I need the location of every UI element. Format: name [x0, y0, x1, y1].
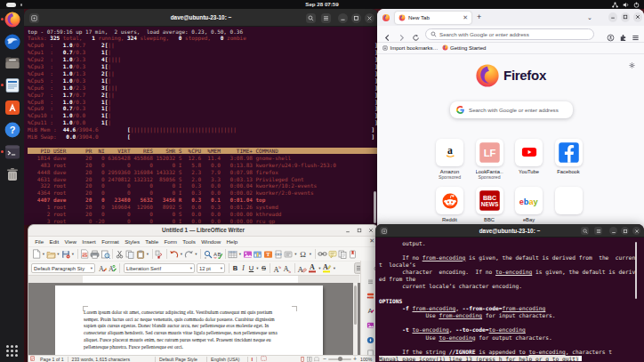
selection-mode-icon[interactable] — [261, 356, 267, 362]
strikethrough-button[interactable]: S — [260, 264, 268, 272]
sidebar-styles-icon[interactable]: A — [365, 305, 375, 316]
terminal-bottom-output[interactable]: output. If no from-encoding is given, th… — [375, 237, 644, 361]
url-bar[interactable]: Search with Google or enter address — [425, 28, 594, 40]
tab-new-tab[interactable]: New Tab ✕ — [395, 12, 471, 24]
writer-title-bar[interactable]: Untitled 1 — LibreOffice Writer — [28, 225, 378, 237]
firefox-maximize-button[interactable] — [621, 12, 631, 22]
close-button[interactable] — [365, 13, 374, 23]
highlight-color-button-dropdown[interactable]: ▾ — [333, 266, 337, 270]
status-zoom[interactable]: 100% — [360, 357, 374, 362]
print-preview-button[interactable] — [101, 248, 111, 260]
view-layout-icons[interactable] — [300, 357, 319, 362]
minimize-button[interactable] — [609, 227, 617, 235]
firefox-close-button[interactable] — [633, 12, 643, 22]
terminal-top-scrollbar[interactable] — [374, 191, 376, 223]
writer-close-button[interactable] — [368, 228, 374, 233]
terminal-search-button[interactable] — [581, 227, 589, 235]
font-size-combo[interactable]: 12 pt▾ — [197, 263, 225, 273]
status-wordcount[interactable]: 233 words, 1,615 characters — [72, 357, 130, 362]
close-button[interactable] — [632, 227, 640, 235]
font-name-combo[interactable]: Liberation Serif▾ — [124, 263, 195, 273]
tab-close-icon[interactable]: ✕ — [463, 14, 468, 20]
tile-lookfantastic[interactable]: LF LookFanta… Sponsored — [476, 139, 503, 188]
insert-field-button[interactable] — [284, 248, 294, 260]
insert-image-button[interactable] — [243, 248, 254, 260]
redo-button[interactable] — [184, 248, 195, 260]
document-text[interactable]: Lorem ipsum dolor sit amet, consectetur … — [84, 310, 294, 350]
undo-button[interactable] — [169, 248, 180, 260]
maximize-button[interactable] — [621, 227, 629, 235]
tile-youtube[interactable]: YouTube — [515, 139, 543, 188]
menu-window[interactable]: Window — [198, 238, 223, 245]
terminal-bottom-scrollbar[interactable] — [635, 242, 638, 299]
status-language[interactable]: English (USA) — [211, 357, 240, 362]
dock-files[interactable] — [4, 54, 21, 72]
sidebar-properties-icon[interactable] — [365, 290, 375, 301]
bookmark-button[interactable] — [348, 248, 358, 260]
highlight-color-button[interactable]: A — [322, 262, 333, 274]
maximize-button[interactable] — [351, 13, 361, 23]
zoom-in-icon[interactable]: + — [353, 356, 357, 362]
paste-button[interactable] — [135, 248, 146, 260]
copy-button[interactable] — [125, 248, 136, 260]
sidebar-gallery-icon[interactable] — [365, 319, 375, 330]
bookmark-import[interactable]: Import bookmarks… — [382, 45, 439, 51]
status-pagestyle[interactable]: Default Page Style — [159, 357, 197, 362]
terminal-menu-button[interactable] — [594, 227, 602, 235]
new-style-button[interactable]: A — [108, 262, 118, 274]
open-button[interactable] — [46, 248, 57, 260]
show-applications-button[interactable] — [4, 343, 20, 358]
tile-amazon[interactable]: a Amazon Sponsored — [436, 139, 463, 188]
system-status-area[interactable] — [612, 0, 640, 9]
insert-chart-button[interactable] — [253, 248, 263, 260]
save-button-dropdown[interactable]: ▾ — [71, 252, 76, 256]
writer-document-area[interactable]: Lorem ipsum dolor sit amet, consectetur … — [28, 283, 378, 355]
new-tab-plus-button[interactable]: + — [477, 13, 481, 21]
firefox-minimize-button[interactable] — [608, 12, 618, 22]
dock-firefox[interactable] — [4, 11, 21, 28]
paragraph-style-combo[interactable]: Default Paragraph Sty▾ — [31, 263, 95, 273]
save-button[interactable] — [60, 248, 71, 260]
menu-edit[interactable]: Edit — [46, 238, 61, 245]
dock-trash[interactable] — [4, 165, 21, 183]
dock-libreoffice-writer[interactable] — [4, 76, 21, 94]
clone-formatting-button[interactable] — [155, 248, 165, 260]
italic-button[interactable]: I — [239, 264, 247, 272]
export-pdf-button[interactable]: PDF — [80, 248, 91, 260]
dock-ubuntu-software[interactable] — [4, 99, 21, 117]
terminal-top-headerbar[interactable]: dave@ubuntu-23-10: ~ — [24, 9, 378, 27]
update-style-button[interactable]: A — [97, 262, 108, 274]
find-replace-button[interactable] — [203, 248, 213, 260]
menu-tools[interactable]: Tools — [180, 238, 198, 245]
terminal-top-output[interactable]: top - 07:59:16 up 17 min, 2 users, load … — [24, 27, 378, 224]
new-document-button[interactable] — [31, 248, 42, 260]
dock-thunderbird[interactable] — [4, 33, 21, 51]
menu-view[interactable]: View — [61, 238, 79, 245]
clock[interactable]: Sep 28 07:59 — [0, 0, 644, 9]
writer-ruler[interactable] — [28, 275, 359, 283]
menu-insert[interactable]: Insert — [79, 238, 99, 245]
menu-table[interactable]: Table — [142, 238, 161, 245]
menu-form[interactable]: Form — [161, 238, 180, 245]
print-button[interactable] — [90, 248, 101, 260]
special-character-button[interactable]: Ω — [298, 248, 309, 260]
underline-button[interactable]: U — [247, 264, 255, 272]
terminal-bottom-headerbar[interactable]: dave@ubuntu-23-10: ~ — [375, 224, 644, 237]
status-page[interactable]: Page 1 of 1 — [40, 357, 64, 362]
tile-facebook[interactable]: Facebook — [555, 139, 583, 188]
writer-minimize-button[interactable] — [345, 228, 350, 233]
list-all-tabs-button[interactable]: ⌄ — [587, 14, 592, 20]
page-break-button[interactable] — [273, 248, 284, 260]
bookmark-getting-started[interactable]: Getting Started — [442, 44, 487, 51]
menu-file[interactable]: File — [32, 238, 46, 245]
menu-help[interactable]: Help — [223, 238, 240, 245]
spelling-button[interactable]: AB — [213, 248, 224, 260]
clear-formatting-button[interactable]: A — [297, 262, 308, 274]
menu-format[interactable]: Format — [99, 238, 122, 245]
bold-button[interactable]: B — [231, 264, 239, 272]
cut-button[interactable] — [115, 248, 125, 260]
dock-terminal[interactable] — [4, 143, 21, 161]
writer-maximize-button[interactable] — [357, 228, 362, 233]
subscript-button[interactable]: Ab — [283, 262, 294, 274]
zoom-out-icon[interactable]: − — [323, 356, 326, 362]
